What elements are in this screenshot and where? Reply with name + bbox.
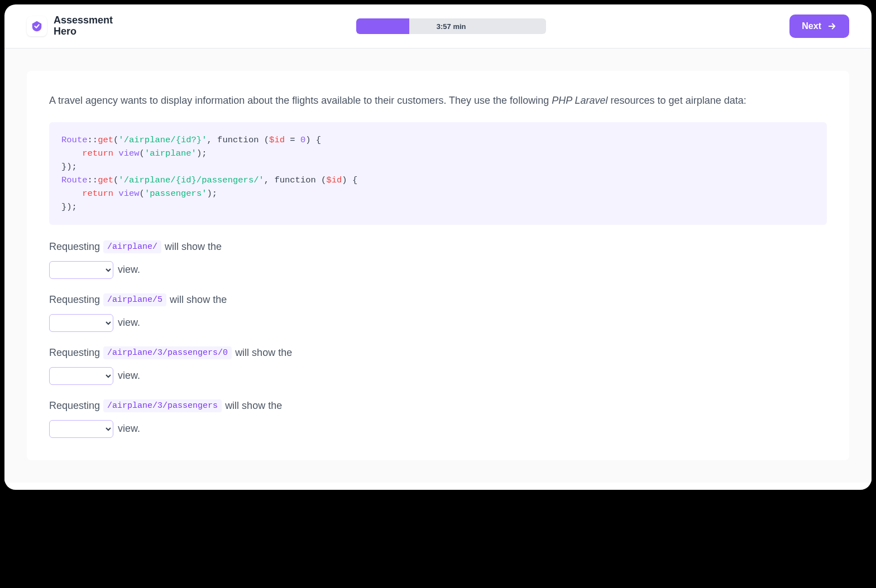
question-card: A travel agency wants to display informa… (27, 71, 849, 460)
answer-row-1: view. (49, 261, 827, 279)
question-intro: A travel agency wants to display informa… (49, 93, 827, 109)
prompt-row-4: Requesting /airplane/3/passengers will s… (49, 399, 827, 412)
progress-bar: 3:57 min (356, 18, 546, 34)
requesting-label: Requesting (49, 241, 100, 253)
app-frame: Assessment Hero 3:57 min Next A travel a… (4, 4, 872, 490)
answer-row-4: view. (49, 420, 827, 438)
answer-select-3[interactable] (49, 367, 113, 385)
path-code-1: /airplane/ (103, 240, 161, 253)
logo-icon (27, 16, 47, 36)
arrow-right-icon (827, 21, 837, 31)
requesting-label: Requesting (49, 400, 100, 412)
answer-select-2[interactable] (49, 314, 113, 332)
progress-container: 3:57 min (356, 18, 546, 34)
path-code-2: /airplane/5 (103, 293, 166, 306)
view-suffix-3: view. (118, 370, 140, 382)
requesting-label: Requesting (49, 347, 100, 359)
logo-section: Assessment Hero (27, 15, 113, 37)
requesting-label: Requesting (49, 294, 100, 306)
view-suffix-4: view. (118, 423, 140, 435)
progress-fill (356, 18, 409, 34)
brand-line2: Hero (54, 26, 113, 37)
prompt-row-3: Requesting /airplane/3/passengers/0 will… (49, 346, 827, 359)
intro-before: A travel agency wants to display informa… (49, 95, 552, 106)
code-block: Route::get('/airplane/{id?}', function (… (49, 122, 827, 225)
will-show-label: will show the (225, 400, 282, 412)
logo-text: Assessment Hero (54, 15, 113, 37)
path-code-4: /airplane/3/passengers (103, 399, 222, 412)
intro-em: PHP Laravel (552, 95, 607, 106)
content-wrapper: A travel agency wants to display informa… (4, 49, 872, 483)
answer-row-2: view. (49, 314, 827, 332)
answer-select-1[interactable] (49, 261, 113, 279)
timer-text: 3:57 min (437, 22, 466, 31)
path-code-3: /airplane/3/passengers/0 (103, 346, 232, 359)
answer-row-3: view. (49, 367, 827, 385)
will-show-label: will show the (165, 241, 222, 253)
prompt-row-2: Requesting /airplane/5 will show the (49, 293, 827, 306)
next-button[interactable]: Next (789, 15, 849, 38)
brand-line1: Assessment (54, 15, 113, 26)
view-suffix-1: view. (118, 264, 140, 276)
prompt-row-1: Requesting /airplane/ will show the (49, 240, 827, 253)
will-show-label: will show the (235, 347, 292, 359)
intro-after: resources to get airplane data: (608, 95, 746, 106)
header: Assessment Hero 3:57 min Next (4, 4, 872, 49)
answer-select-4[interactable] (49, 420, 113, 438)
view-suffix-2: view. (118, 317, 140, 329)
will-show-label: will show the (170, 294, 227, 306)
next-button-label: Next (802, 21, 821, 31)
